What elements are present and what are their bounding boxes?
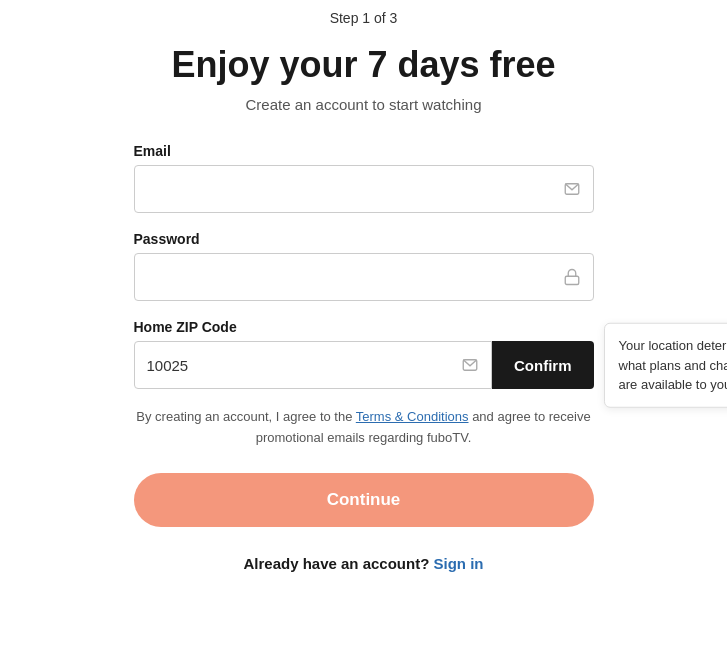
email-label: Email: [134, 143, 594, 159]
confirm-button[interactable]: Confirm: [492, 341, 594, 389]
zip-icon: [460, 355, 480, 375]
subtitle: Create an account to start watching: [246, 96, 482, 113]
page-wrapper: Step 1 of 3 Enjoy your 7 days free Creat…: [0, 0, 727, 668]
signin-row: Already have an account? Sign in: [134, 555, 594, 572]
signin-link[interactable]: Sign in: [434, 555, 484, 572]
form-container: Email Password Home ZIP Code: [134, 143, 594, 572]
zip-row: Confirm Your location determines what pl…: [134, 341, 594, 389]
terms-text: By creating an account, I agree to the T…: [134, 407, 594, 449]
zip-input-wrapper: [134, 341, 493, 389]
email-input[interactable]: [134, 165, 594, 213]
step-indicator: Step 1 of 3: [330, 10, 398, 26]
already-account-text: Already have an account?: [243, 555, 429, 572]
password-input-wrapper: [134, 253, 594, 301]
svg-rect-1: [565, 276, 579, 284]
password-label: Password: [134, 231, 594, 247]
password-icon: [562, 267, 582, 287]
main-title: Enjoy your 7 days free: [171, 44, 555, 86]
zip-input[interactable]: [134, 341, 493, 389]
password-input[interactable]: [134, 253, 594, 301]
tooltip-box: Your location determines what plans and …: [604, 323, 728, 408]
terms-link[interactable]: Terms & Conditions: [356, 409, 469, 424]
zip-label: Home ZIP Code: [134, 319, 594, 335]
continue-button[interactable]: Continue: [134, 473, 594, 527]
email-icon: [562, 179, 582, 199]
email-input-wrapper: [134, 165, 594, 213]
